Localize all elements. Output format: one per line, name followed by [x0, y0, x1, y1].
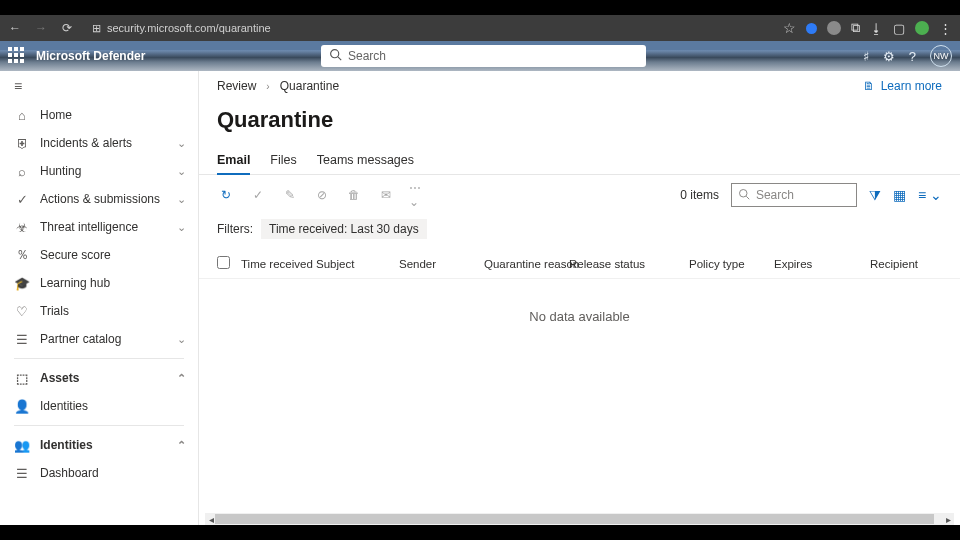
- browser-forward-icon[interactable]: →: [34, 21, 48, 35]
- extension-circle-icon[interactable]: [827, 21, 841, 35]
- filter-bar: Filters: Time received: Last 30 days: [199, 215, 960, 249]
- sidebar: ≡ ⌂ Home ⛨ Incidents & alerts ⌄ ⌕ Huntin…: [0, 71, 199, 525]
- address-bar[interactable]: ⊞ security.microsoft.com/quarantine: [92, 22, 271, 35]
- sidebar-item-identities[interactable]: 👤 Identities: [0, 392, 198, 420]
- sidebar-group-assets[interactable]: ⬚ Assets ⌃: [0, 364, 198, 392]
- bookmark-star-icon[interactable]: ☆: [783, 20, 796, 36]
- col-sender[interactable]: Sender: [399, 258, 484, 270]
- home-icon: ⌂: [14, 108, 30, 123]
- tab-email[interactable]: Email: [217, 153, 250, 174]
- sidebar-item-learning-hub[interactable]: 🎓 Learning hub: [0, 269, 198, 297]
- sidebar-item-actions[interactable]: ✓ Actions & submissions ⌄: [0, 185, 198, 213]
- extensions-icon[interactable]: ⧉: [851, 20, 860, 36]
- chevron-down-icon: ⌄: [177, 137, 186, 150]
- sidebar-item-dashboard[interactable]: ☰ Dashboard: [0, 459, 198, 487]
- learn-more-link[interactable]: 🗎 Learn more: [863, 79, 942, 93]
- breadcrumb: Review › Quarantine 🗎 Learn more: [199, 71, 960, 101]
- refresh-button[interactable]: ↻: [217, 186, 235, 204]
- more-icon[interactable]: ⋯ ⌄: [409, 186, 427, 204]
- sidebar-group-identities[interactable]: 👥 Identities ⌃: [0, 431, 198, 459]
- score-icon: ％: [14, 246, 30, 264]
- sidebar-item-trials[interactable]: ♡ Trials: [0, 297, 198, 325]
- doc-icon: 🗎: [863, 79, 875, 93]
- items-count: 0 items: [680, 188, 719, 202]
- select-all-checkbox[interactable]: [217, 256, 241, 271]
- browser-back-icon[interactable]: ←: [8, 21, 22, 35]
- plugins-icon[interactable]: ♯: [863, 49, 869, 64]
- browser-reload-icon[interactable]: ⟳: [60, 21, 74, 35]
- actions-icon: ✓: [14, 192, 30, 207]
- shield-icon: ⛨: [14, 136, 30, 151]
- window-icon[interactable]: ▢: [893, 21, 905, 36]
- mail-icon: ✉: [377, 186, 395, 204]
- partner-icon: ☰: [14, 332, 30, 347]
- sidebar-item-partner-catalog[interactable]: ☰ Partner catalog ⌄: [0, 325, 198, 353]
- svg-line-3: [746, 196, 749, 199]
- downloads-icon[interactable]: ⭳: [870, 21, 883, 36]
- col-subject[interactable]: Subject: [316, 258, 399, 270]
- table-search-input[interactable]: Search: [731, 183, 857, 207]
- sidebar-item-hunting[interactable]: ⌕ Hunting ⌄: [0, 157, 198, 185]
- filter-pill-time-received[interactable]: Time received: Last 30 days: [261, 219, 427, 239]
- view-options-icon[interactable]: ≡ ⌄: [918, 187, 942, 203]
- toolbar: ↻ ✓ ✎ ⊘ 🗑 ✉ ⋯ ⌄ 0 items Search ⧩ ▦ ≡ ⌄: [199, 175, 960, 215]
- sidebar-item-label: Threat intelligence: [40, 220, 138, 234]
- sidebar-item-label: Trials: [40, 304, 69, 318]
- sidebar-item-label: Identities: [40, 399, 88, 413]
- sidebar-item-home[interactable]: ⌂ Home: [0, 101, 198, 129]
- app-launcher-icon[interactable]: [8, 47, 26, 65]
- browser-menu-icon[interactable]: ⋮: [939, 21, 952, 36]
- sidebar-item-label: Hunting: [40, 164, 81, 178]
- trials-icon: ♡: [14, 304, 30, 319]
- learning-icon: 🎓: [14, 276, 30, 291]
- scrollbar-thumb[interactable]: [215, 514, 934, 524]
- block-icon: ⊘: [313, 186, 331, 204]
- chevron-down-icon: ⌄: [177, 333, 186, 346]
- col-quarantine-reason[interactable]: Quarantine reason: [484, 258, 569, 270]
- chevron-right-icon: ›: [266, 81, 269, 92]
- settings-gear-icon[interactable]: ⚙: [883, 49, 895, 64]
- filter-icon[interactable]: ⧩: [869, 187, 881, 204]
- tab-files[interactable]: Files: [270, 153, 296, 174]
- brand-title: Microsoft Defender: [36, 49, 145, 63]
- sidebar-item-secure-score[interactable]: ％ Secure score: [0, 241, 198, 269]
- profile-avatar-icon[interactable]: [915, 21, 929, 35]
- main-content: Review › Quarantine 🗎 Learn more Quarant…: [199, 71, 960, 525]
- user-avatar[interactable]: NW: [930, 45, 952, 67]
- hunting-icon: ⌕: [14, 164, 30, 179]
- sidebar-item-label: Actions & submissions: [40, 192, 160, 206]
- global-search-input[interactable]: Search: [321, 45, 646, 67]
- sidebar-item-threat-intel[interactable]: ☣ Threat intelligence ⌄: [0, 213, 198, 241]
- breadcrumb-item[interactable]: Review: [217, 79, 256, 93]
- svg-point-0: [331, 50, 339, 58]
- person-icon: 👤: [14, 399, 30, 414]
- col-expires[interactable]: Expires: [774, 258, 858, 270]
- edit-icon: ✎: [281, 186, 299, 204]
- scroll-right-icon[interactable]: ▸: [942, 513, 954, 525]
- sidebar-group-label: Assets: [40, 371, 79, 385]
- extension-dot-icon[interactable]: [806, 23, 817, 34]
- learn-more-label: Learn more: [881, 79, 942, 93]
- col-policy-type[interactable]: Policy type: [689, 258, 774, 270]
- sidebar-item-incidents[interactable]: ⛨ Incidents & alerts ⌄: [0, 129, 198, 157]
- sidebar-item-label: Dashboard: [40, 466, 99, 480]
- sidebar-divider: [14, 425, 184, 426]
- dashboard-icon: ☰: [14, 466, 30, 481]
- browser-chrome: ← → ⟳ ⊞ security.microsoft.com/quarantin…: [0, 15, 960, 41]
- tab-teams-messages[interactable]: Teams messages: [317, 153, 414, 174]
- horizontal-scrollbar[interactable]: ◂ ▸: [205, 513, 954, 525]
- empty-state: No data available: [199, 279, 960, 354]
- app-header: Microsoft Defender Search ♯ ⚙ ? NW: [0, 41, 960, 71]
- svg-line-1: [338, 57, 341, 60]
- site-lock-icon: ⊞: [92, 22, 101, 35]
- col-release-status[interactable]: Release status: [569, 258, 689, 270]
- svg-point-2: [739, 189, 747, 197]
- sidebar-item-label: Incidents & alerts: [40, 136, 132, 150]
- hamburger-icon[interactable]: ≡: [0, 71, 198, 101]
- col-recipient[interactable]: Recipient: [858, 258, 918, 270]
- columns-icon[interactable]: ▦: [893, 187, 906, 203]
- assets-icon: ⬚: [14, 371, 30, 386]
- help-icon[interactable]: ?: [909, 49, 916, 64]
- delete-icon: 🗑: [345, 186, 363, 204]
- col-time-received[interactable]: Time received: [241, 258, 316, 270]
